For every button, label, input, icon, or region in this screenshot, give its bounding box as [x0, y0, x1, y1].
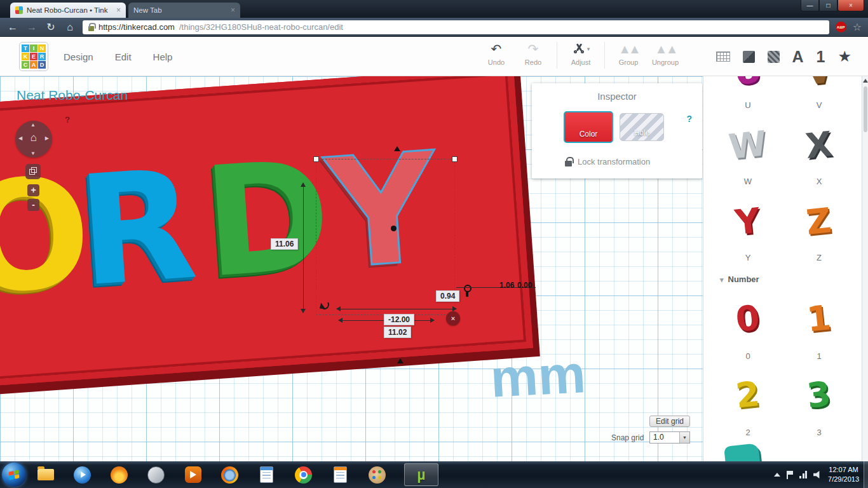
tinkercad-logo[interactable]: T I N K E R C A D	[19, 42, 48, 71]
undo-icon: ↶	[478, 41, 515, 57]
grid-icon[interactable]	[716, 51, 730, 62]
taskbar-icon-orange-app[interactable]	[109, 465, 129, 485]
center-handle[interactable]	[391, 226, 397, 231]
rotate-up-icon[interactable]: ▲	[31, 122, 36, 128]
hole-option-button[interactable]: Hole	[620, 113, 664, 141]
redo-button[interactable]: ↷ Redo	[515, 41, 552, 66]
midpoint-handle-icon[interactable]	[394, 146, 400, 151]
home-view-icon[interactable]: ⌂	[15, 132, 52, 144]
menu-help[interactable]: Help	[153, 51, 173, 62]
tab-close-icon[interactable]: ×	[231, 6, 235, 15]
taskbar-icon-document[interactable]	[257, 465, 276, 485]
star-shapes-icon[interactable]: ★	[837, 49, 851, 64]
resize-handle[interactable]	[452, 156, 458, 162]
shape-item-2[interactable]: 2	[716, 378, 780, 412]
minimize-button[interactable]: —	[801, 0, 819, 11]
shape-item-W[interactable]: W	[716, 128, 780, 163]
shape-label: X	[787, 177, 851, 186]
back-icon[interactable]: ←	[6, 22, 19, 33]
shape-item-V[interactable]: V	[787, 76, 851, 93]
start-button[interactable]	[2, 463, 26, 487]
shape-item-Z[interactable]: Z	[787, 205, 851, 239]
network-icon[interactable]	[799, 471, 807, 478]
taskbar-icon-paint[interactable]	[367, 465, 387, 485]
browser-tab-newtab[interactable]: New Tab ×	[128, 3, 240, 18]
edit-grid-button[interactable]: Edit grid	[649, 416, 690, 427]
shape-label: 3	[787, 428, 851, 437]
taskbar-clock[interactable]: 12:07 AM 7/29/2013	[828, 465, 859, 484]
view-navigation-pad[interactable]: ▲ ▼ ◀ ▶ ⌂	[15, 121, 52, 158]
shape-item-X[interactable]: X	[787, 128, 851, 163]
taskbar-icon-utorrent-active[interactable]: µ	[404, 463, 438, 486]
shape-item-0[interactable]: 0	[716, 302, 780, 336]
width-value-chip[interactable]: 11.02	[384, 327, 411, 338]
shape-item-3[interactable]: 3	[787, 378, 851, 412]
tray-expand-icon[interactable]	[774, 473, 780, 477]
flame-icon	[111, 466, 128, 484]
logo-tile: D	[38, 61, 46, 69]
browser-tab-active[interactable]: Neat Robo-Curcan • Tink ×	[10, 3, 126, 18]
menu-edit[interactable]: Edit	[115, 51, 132, 62]
bookmark-star-icon[interactable]: ☆	[853, 21, 862, 33]
resize-handle[interactable]	[313, 156, 319, 162]
lock-transformation-toggle[interactable]: Lock transformation	[565, 157, 650, 166]
group-button[interactable]: ▲▲ Group	[610, 41, 647, 66]
taskbar-icon-document-2[interactable]	[330, 465, 350, 485]
shape-item-Y[interactable]: Y	[716, 205, 780, 239]
offset-value-chip[interactable]: 0.94	[436, 290, 459, 302]
height-value-chip[interactable]: 11.06	[271, 238, 298, 250]
taskbar-icon-media-player[interactable]	[72, 465, 92, 485]
taskbar-icon-video-player[interactable]	[183, 465, 203, 485]
zoom-out-button[interactable]: -	[27, 199, 39, 211]
view-cube-button[interactable]	[25, 164, 41, 179]
menu-bar: Design Edit Help	[64, 37, 172, 76]
taskbar-icon-silver-app[interactable]	[146, 465, 166, 485]
snap-grid-select[interactable]: 1.0	[649, 431, 690, 444]
adblock-badge[interactable]: ABP	[836, 22, 846, 32]
section-header-number[interactable]: Number	[720, 274, 759, 284]
adjust-button[interactable]: ▾ Adjust	[562, 41, 599, 66]
maximize-button[interactable]: □	[819, 0, 837, 11]
design-viewport[interactable]: ? O R D Y Neat Robo-Curcan ▲ ▼ ◀ ▶ ⌂ + -	[0, 76, 703, 461]
undo-button[interactable]: ↶ Undo	[478, 41, 515, 66]
shape-item-partial[interactable]	[724, 443, 761, 461]
home-icon[interactable]: ⌂	[64, 22, 76, 33]
board-question-mark: ?	[65, 115, 71, 125]
shape-item-U[interactable]: U	[716, 76, 780, 93]
ungroup-button[interactable]: ▲ ▲ Ungroup	[647, 41, 684, 66]
forward-icon[interactable]: →	[25, 22, 38, 33]
taskbar-icon-chrome[interactable]	[294, 465, 313, 485]
zoom-in-button[interactable]: +	[27, 184, 39, 196]
shape-item-1[interactable]: 1	[787, 302, 851, 336]
taskbar-icon-firefox[interactable]	[220, 465, 240, 485]
help-icon[interactable]: ?	[686, 114, 692, 124]
number-shapes-icon[interactable]: 1	[817, 49, 825, 65]
scrollbar-thumb[interactable]	[864, 86, 867, 132]
keyhole-anchor-icon[interactable]	[463, 285, 471, 297]
windows-logo-icon	[9, 470, 20, 480]
close-button[interactable]: ×	[837, 0, 864, 11]
design-title[interactable]: Neat Robo-Curcan	[17, 88, 128, 103]
letter-shape-D[interactable]: D	[200, 140, 336, 299]
menu-design[interactable]: Design	[64, 51, 93, 62]
delete-shape-button[interactable]: ×	[446, 311, 460, 325]
x-position-chip[interactable]: -12.00	[384, 314, 414, 325]
group-icon: ▲▲	[610, 41, 647, 57]
taskbar-icon-explorer[interactable]	[36, 465, 55, 485]
letter-shape-R[interactable]: R	[74, 149, 200, 308]
color-option-button[interactable]: Color	[564, 111, 613, 143]
pattern-box-icon[interactable]	[768, 51, 780, 63]
volume-icon[interactable]	[813, 471, 822, 478]
logo-tile: T	[22, 44, 29, 52]
refresh-icon[interactable]: ↻	[44, 21, 57, 33]
scroll-up-icon[interactable]	[863, 79, 868, 83]
tab-close-icon[interactable]: ×	[116, 6, 121, 15]
sidebar-scrollbar[interactable]	[862, 76, 868, 461]
show-desktop-button[interactable]	[864, 461, 868, 488]
action-center-flag-icon[interactable]	[787, 471, 793, 479]
letter-shapes-icon[interactable]: A	[792, 49, 804, 65]
midpoint-handle-icon[interactable]	[397, 358, 403, 363]
address-bar[interactable]: https://tinkercad.com /things/32HG180SHu…	[83, 20, 829, 34]
rotate-down-icon[interactable]: ▼	[31, 151, 36, 156]
solid-box-icon[interactable]	[743, 51, 755, 63]
